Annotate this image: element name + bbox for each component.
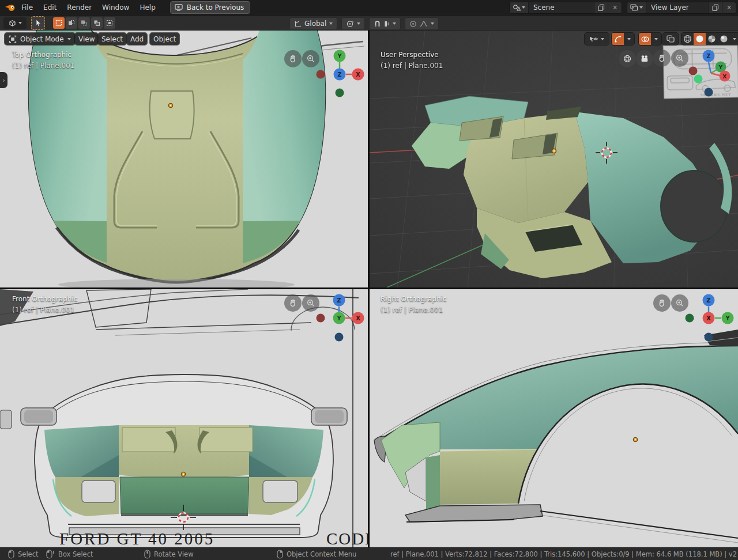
blueprint-caption: FORD GT 40 2005 <box>59 529 214 547</box>
nav-gizmo-front[interactable]: Z Y X <box>311 292 367 347</box>
overlays-dropdown[interactable] <box>651 33 661 45</box>
pivot-point-dropdown[interactable] <box>341 17 365 30</box>
origin-point[interactable] <box>181 472 185 476</box>
pan-view-button[interactable] <box>284 294 302 312</box>
gizmos-toggle-group <box>612 33 634 45</box>
view-layer-selector: View Layer ✕ <box>627 2 736 14</box>
axis-ball-y-neg[interactable] <box>686 314 694 323</box>
viewport-user[interactable]: SMCARS.NET <box>370 31 738 287</box>
mouse-middle-click-icon <box>144 550 150 559</box>
camera-view-button[interactable] <box>636 50 653 67</box>
menu-file[interactable]: File <box>16 0 38 15</box>
axis-letter-x: X <box>356 315 360 321</box>
back-to-previous-button[interactable]: Back to Previous <box>170 1 251 14</box>
blender-logo-icon[interactable] <box>5 3 16 12</box>
scene-name[interactable]: Scene <box>529 2 594 13</box>
axis-ball-y-neg[interactable] <box>336 89 344 97</box>
select-extend-icon <box>68 20 75 27</box>
menu-object-label: Object <box>150 35 179 43</box>
scene-browse-button[interactable] <box>510 2 529 13</box>
origin-point[interactable] <box>633 437 637 441</box>
select-intersect-icon <box>106 20 113 27</box>
menu-select[interactable]: Select <box>98 33 126 45</box>
mouse-drag-icon <box>46 550 55 559</box>
wireframe-sphere-icon <box>683 35 692 43</box>
shading-dropdown[interactable] <box>730 33 738 45</box>
magnet-icon <box>374 20 381 28</box>
select-mode-subtract-button[interactable] <box>78 17 90 29</box>
perspective-toggle-button[interactable] <box>619 50 636 67</box>
shading-material-button[interactable] <box>706 33 718 45</box>
menu-edit[interactable]: Edit <box>38 0 62 15</box>
select-mode-intersect-button[interactable] <box>104 17 115 29</box>
nav-gizmo-user[interactable]: Z Y X <box>686 48 738 104</box>
remove-view-layer-button[interactable]: ✕ <box>722 2 736 13</box>
menu-add-label: Add <box>127 35 147 43</box>
nav-gizmo-right[interactable]: Z X Y <box>681 292 736 347</box>
select-mode-invert-button[interactable] <box>91 17 103 29</box>
select-mode-set-button[interactable] <box>53 17 65 29</box>
menu-help[interactable]: Help <box>134 0 160 15</box>
menu-view[interactable]: View <box>75 33 98 45</box>
hand-icon <box>288 298 298 308</box>
origin-point[interactable] <box>552 149 556 153</box>
pan-view-button[interactable] <box>653 50 671 67</box>
right-lamp-recess <box>263 480 298 502</box>
mouse-right-click-icon <box>277 550 283 559</box>
axis-ball-z-neg[interactable] <box>335 333 344 342</box>
axis-ball-x-neg[interactable] <box>317 314 325 323</box>
shading-solid-button[interactable] <box>694 33 706 45</box>
axis-ball-x-neg[interactable] <box>317 70 325 79</box>
show-overlays-toggle[interactable] <box>639 33 651 45</box>
menu-object[interactable]: Object <box>150 33 179 45</box>
editor-type-button[interactable] <box>3 17 27 29</box>
new-view-layer-button[interactable] <box>708 2 722 13</box>
new-scene-button[interactable] <box>594 2 608 13</box>
hand-icon <box>657 298 667 308</box>
show-gizmos-toggle[interactable] <box>612 33 624 45</box>
nav-gizmo-top[interactable]: Y Z X <box>312 47 367 103</box>
blender-window: File Edit Render Window Help Back to Pre… <box>0 0 738 560</box>
axis-letter-y: Y <box>718 64 723 70</box>
axis-letter-y: Y <box>336 315 341 321</box>
editor-type-chevron-icon <box>18 22 22 24</box>
menu-window[interactable]: Window <box>97 0 134 15</box>
pan-view-button[interactable] <box>284 50 302 67</box>
axis-letter-z: Z <box>337 71 341 78</box>
view-layer-icon <box>630 4 638 12</box>
axis-letter-z: Z <box>706 297 710 304</box>
active-tool-select-box[interactable] <box>31 16 45 30</box>
gizmos-dropdown[interactable] <box>624 33 634 45</box>
menu-add[interactable]: Add <box>127 33 147 45</box>
snapping-dropdown[interactable] <box>369 17 401 30</box>
view-layer-browse-button[interactable] <box>627 2 646 13</box>
orientation-label: Global <box>304 20 326 28</box>
axis-ball-x-neg[interactable] <box>689 67 698 75</box>
mode-label: Object Mode <box>17 35 67 43</box>
select-mode-extend-button[interactable] <box>66 17 77 29</box>
xray-toggle[interactable] <box>663 33 678 45</box>
copy-icon <box>598 4 605 11</box>
transform-orientation-dropdown[interactable]: Global <box>289 17 337 30</box>
axis-ball-y-neg[interactable] <box>694 75 703 84</box>
axis-letter-y: Y <box>725 315 730 321</box>
axis-ball-z-neg[interactable] <box>705 333 713 342</box>
menu-render[interactable]: Render <box>62 0 97 15</box>
toolbar-expand-tab[interactable]: › <box>0 72 7 88</box>
unlink-scene-button[interactable]: ✕ <box>608 2 622 13</box>
mode-dropdown[interactable]: Object Mode <box>5 33 75 45</box>
snapping-chevron-icon <box>393 22 396 25</box>
mode-chevron-icon <box>67 38 71 40</box>
pan-view-button[interactable] <box>653 294 671 312</box>
proportional-editing-dropdown[interactable] <box>405 17 439 30</box>
axis-letter-x: X <box>706 315 711 321</box>
shading-wireframe-button[interactable] <box>681 33 694 45</box>
axis-ball-z-neg[interactable] <box>705 88 713 97</box>
shading-rendered-button[interactable] <box>718 33 730 45</box>
hand-icon <box>657 54 667 63</box>
select-invert-icon <box>93 20 100 27</box>
view-layer-name[interactable]: View Layer <box>646 2 708 13</box>
camera-icon <box>640 54 649 63</box>
origin-point[interactable] <box>168 103 172 107</box>
object-visibility-dropdown[interactable] <box>585 33 609 45</box>
